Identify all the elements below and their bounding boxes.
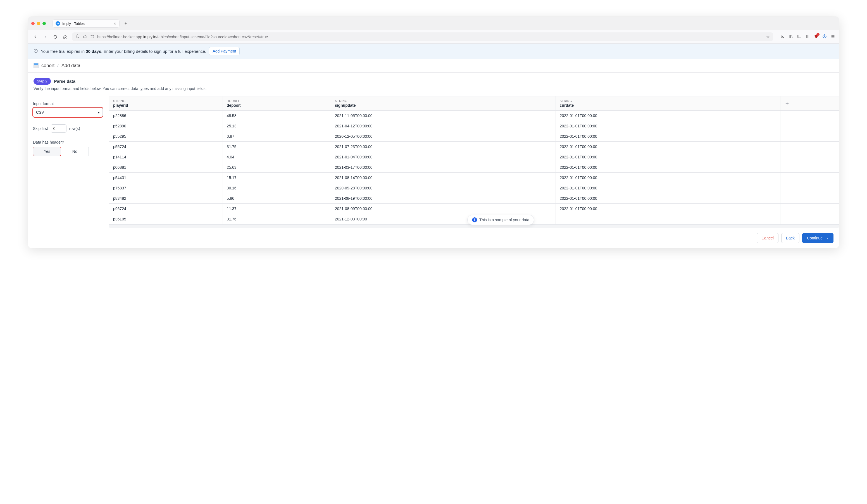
has-header-no-button[interactable]: No: [61, 147, 89, 156]
blank-cell: [800, 173, 839, 183]
table-cell[interactable]: 2021-08-14T00:00:00: [331, 173, 556, 183]
trial-text-after: . Enter your billing details to sign up …: [101, 49, 206, 54]
table-cell[interactable]: 11.37: [223, 204, 331, 214]
grid-icon[interactable]: [805, 34, 810, 40]
spacer-column: [800, 96, 839, 111]
table-cell[interactable]: p75837: [109, 183, 223, 193]
table-cell[interactable]: [556, 214, 780, 224]
minimize-window-button[interactable]: [37, 22, 40, 25]
table-cell[interactable]: p36105: [109, 214, 223, 224]
library-icon[interactable]: [789, 34, 793, 40]
table-cell[interactable]: 2022-01-01T00:00:00: [556, 152, 780, 162]
table-cell[interactable]: 31.75: [223, 142, 331, 152]
table-cell[interactable]: 2021-03-17T00:00:00: [331, 162, 556, 173]
table-cell[interactable]: 2021-11-05T00:00:00: [331, 111, 556, 121]
table-cell[interactable]: 15.17: [223, 173, 331, 183]
column-header[interactable]: DOUBLEdeposit: [223, 96, 331, 111]
blank-cell: [800, 121, 839, 131]
blank-cell: [800, 142, 839, 152]
table-cell[interactable]: 2022-01-01T00:00:00: [556, 121, 780, 131]
app-menu-icon[interactable]: [831, 34, 835, 40]
table-cell[interactable]: p06881: [109, 162, 223, 173]
add-column-button[interactable]: ＋: [780, 96, 800, 111]
table-cell[interactable]: 2022-01-01T00:00:00: [556, 142, 780, 152]
column-header[interactable]: STRINGcurdate: [556, 96, 780, 111]
breadcrumb-table[interactable]: cohort: [41, 63, 54, 68]
home-button[interactable]: [62, 33, 69, 40]
table-row: p0688125.632021-03-17T00:00:002022-01-01…: [109, 162, 839, 173]
sidebar-icon[interactable]: [797, 34, 802, 40]
table-cell[interactable]: 2020-12-05T00:00:00: [331, 131, 556, 142]
reload-button[interactable]: [52, 33, 58, 40]
table-cell[interactable]: 2022-01-01T00:00:00: [556, 193, 780, 204]
column-header[interactable]: STRINGsignupdate: [331, 96, 556, 111]
close-tab-icon[interactable]: ✕: [114, 22, 117, 26]
table-cell[interactable]: p96724: [109, 204, 223, 214]
table-cell[interactable]: 25.13: [223, 121, 331, 131]
table-cell[interactable]: 2022-01-01T00:00:00: [556, 162, 780, 173]
table-cell[interactable]: 2021-08-19T00:00:00: [331, 193, 556, 204]
trial-banner: Your free trial expires in 30 days. Ente…: [28, 44, 839, 59]
table-cell[interactable]: p83482: [109, 193, 223, 204]
blank-cell: [800, 131, 839, 142]
main-content: Input format CSV ▾ Skip first row(s) Dat…: [28, 96, 839, 228]
table-cell[interactable]: 2020-09-28T00:00:00: [331, 183, 556, 193]
nav-forward-button[interactable]: [42, 33, 49, 40]
column-header[interactable]: STRINGplayerid: [109, 96, 223, 111]
table-cell[interactable]: 31.76: [223, 214, 331, 224]
table-cell[interactable]: 2022-01-01T00:00:00: [556, 111, 780, 121]
table-cell[interactable]: 2022-01-01T00:00:00: [556, 131, 780, 142]
table-cell[interactable]: 0.87: [223, 131, 331, 142]
table-cell[interactable]: 25.63: [223, 162, 331, 173]
browser-tab[interactable]: ➜ Imply - Tables ✕: [53, 19, 119, 28]
add-payment-button[interactable]: Add Payment: [209, 47, 240, 55]
has-header-yes-button[interactable]: Yes: [33, 147, 61, 156]
table-cell[interactable]: 2021-08-09T00:00:00: [331, 204, 556, 214]
table-cell[interactable]: 4.04: [223, 152, 331, 162]
table-cell[interactable]: p55724: [109, 142, 223, 152]
continue-button[interactable]: Continue: [802, 233, 834, 243]
input-format-select[interactable]: CSV ▾: [33, 108, 103, 117]
blank-cell: [780, 121, 800, 131]
onepassword-icon[interactable]: [822, 34, 827, 40]
new-tab-button[interactable]: ＋: [122, 20, 130, 28]
blank-cell: [780, 142, 800, 152]
table-row: p141144.042021-01-04T00:00:002022-01-01T…: [109, 152, 839, 162]
url-domain: imply.io: [143, 35, 156, 39]
arrow-right-icon: [825, 236, 829, 240]
blank-cell: [800, 183, 839, 193]
table-cell[interactable]: p52890: [109, 121, 223, 131]
table-cell[interactable]: p22886: [109, 111, 223, 121]
table-cell[interactable]: 30.16: [223, 183, 331, 193]
table-cell[interactable]: 2021-07-23T00:00:00: [331, 142, 556, 152]
close-window-button[interactable]: [31, 22, 35, 25]
nav-back-button[interactable]: [32, 33, 39, 40]
ublock-icon[interactable]: [814, 34, 818, 40]
table-row: p5572431.752021-07-23T00:00:002022-01-01…: [109, 142, 839, 152]
table-row: p2288648.582021-11-05T00:00:002022-01-01…: [109, 111, 839, 121]
blank-cell: [800, 204, 839, 214]
table-cell[interactable]: 5.86: [223, 193, 331, 204]
table-cell[interactable]: 2022-01-01T00:00:00: [556, 204, 780, 214]
bookmark-icon[interactable]: ☆: [766, 35, 770, 39]
cancel-button[interactable]: Cancel: [757, 233, 779, 243]
maximize-window-button[interactable]: [42, 22, 46, 25]
blank-cell: [780, 173, 800, 183]
table-cell[interactable]: p54431: [109, 173, 223, 183]
table-cell[interactable]: 2021-01-04T00:00:00: [331, 152, 556, 162]
table-cell[interactable]: 2021-04-12T00:00:00: [331, 121, 556, 131]
table-cell[interactable]: p14114: [109, 152, 223, 162]
table-icon: [33, 63, 39, 68]
pocket-icon[interactable]: [780, 34, 785, 40]
table-cell[interactable]: 2022-01-01T00:00:00: [556, 173, 780, 183]
table-cell[interactable]: p55295: [109, 131, 223, 142]
back-button[interactable]: Back: [781, 233, 800, 243]
skip-first-label: Skip first: [33, 126, 48, 131]
table-cell[interactable]: 2022-01-01T00:00:00: [556, 183, 780, 193]
input-format-value: CSV: [36, 110, 44, 115]
blank-cell: [800, 193, 839, 204]
table-cell[interactable]: 48.58: [223, 111, 331, 121]
address-bar[interactable]: https://hellmar-becker.app.imply.io/tabl…: [72, 32, 773, 41]
skip-first-input[interactable]: [51, 124, 66, 133]
data-table: STRINGplayeridDOUBLEdepositSTRINGsignupd…: [109, 96, 839, 224]
